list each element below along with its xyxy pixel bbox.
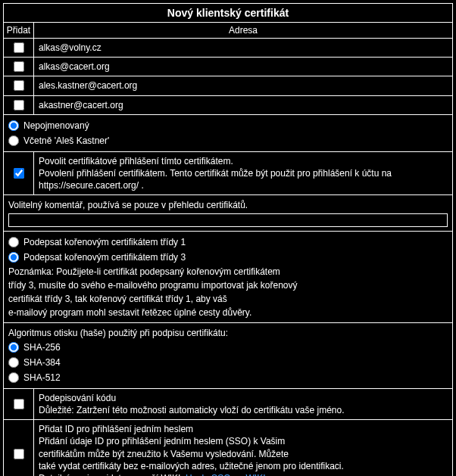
radio-sha256[interactable] bbox=[8, 342, 19, 353]
label-sha512: SHA-512 bbox=[23, 371, 61, 384]
email-checkbox-3[interactable] bbox=[14, 100, 24, 110]
sso-line3: certifikátům může být zneužito k Vašemu … bbox=[39, 448, 448, 460]
sign-section: Podepsat kořenovým certifikátem třídy 1 … bbox=[4, 232, 452, 323]
email-row: ales.kastner@cacert.org bbox=[4, 76, 452, 95]
header-address: Adresa bbox=[34, 23, 452, 38]
sign-note4: e-mailový program mohl sestavit řetězec … bbox=[8, 306, 448, 319]
sso-line5: Detailní popis najdete na naší WIKI. bbox=[39, 473, 186, 476]
form-container: Nový klientský certifikát Přidat Adresa … bbox=[3, 3, 453, 476]
sign-note1: Poznámka: Použijete-li certifikát podeps… bbox=[8, 265, 448, 278]
sso-checkbox[interactable] bbox=[14, 449, 24, 459]
cert-login-checkbox[interactable] bbox=[14, 168, 24, 179]
sign-note3: certifikát třídy 3, tak kořenový certifi… bbox=[8, 292, 448, 306]
label-sha256: SHA-256 bbox=[23, 341, 61, 354]
radio-sha384[interactable] bbox=[8, 357, 19, 368]
email-0: alkas@volny.cz bbox=[34, 39, 452, 57]
email-1: alkas@cacert.org bbox=[34, 58, 452, 76]
email-checkbox-0[interactable] bbox=[14, 42, 24, 53]
sso-line1: Přidat ID pro přihlášení jedním heslem bbox=[39, 423, 448, 435]
code-sign-checkbox[interactable] bbox=[14, 399, 24, 409]
sso-line4: také vydat certifikáty bez e-mailových a… bbox=[39, 460, 448, 472]
comment-input[interactable] bbox=[8, 213, 448, 227]
label-sha384: SHA-384 bbox=[23, 356, 61, 369]
code-sign-line2: Důležité: Zatržení této možnosti automat… bbox=[39, 404, 448, 416]
email-row: alkas@volny.cz bbox=[4, 39, 452, 58]
cert-login-row: Povolit certifikátové přihlášení tímto c… bbox=[4, 152, 452, 196]
comment-section: Volitelný komentář, používá se pouze v p… bbox=[4, 195, 452, 232]
email-checkbox-1[interactable] bbox=[14, 61, 24, 72]
table-header: Přidat Adresa bbox=[4, 23, 452, 39]
hash-label: Algoritmus otisku (haše) použitý při pod… bbox=[8, 326, 448, 340]
radio-class1[interactable] bbox=[8, 237, 19, 247]
sso-wiki-link[interactable]: Heslo SSO na WIKI bbox=[186, 473, 265, 476]
sso-line2: Přidání údaje ID pro přihlášení jedním h… bbox=[39, 435, 448, 447]
label-unnamed: Nepojmenovaný bbox=[23, 119, 89, 132]
email-checkbox-2[interactable] bbox=[14, 80, 24, 91]
page-title: Nový klientský certifikát bbox=[4, 4, 452, 23]
label-class1: Podepsat kořenovým certifikátem třídy 1 bbox=[23, 235, 186, 249]
cert-login-line1: Povolit certifikátové přihlášení tímto c… bbox=[39, 155, 448, 167]
radio-unnamed[interactable] bbox=[8, 120, 19, 131]
hash-section: Algoritmus otisku (haše) použitý při pod… bbox=[4, 323, 452, 389]
radio-sha512[interactable] bbox=[8, 372, 19, 383]
email-row: alkas@cacert.org bbox=[4, 58, 452, 76]
radio-class3[interactable] bbox=[8, 252, 19, 263]
name-section: Nepojmenovaný Včetně 'Aleš Kastner' bbox=[4, 115, 452, 152]
cert-login-line2: Povolení přihlášení certifikátem. Tento … bbox=[39, 167, 448, 191]
sign-note2: třídy 3, musíte do svého e-mailového pro… bbox=[8, 278, 448, 292]
header-add: Přidat bbox=[4, 23, 34, 38]
comment-label: Volitelný komentář, používá se pouze v p… bbox=[8, 198, 448, 212]
code-sign-row: Podepisování kódu Důležité: Zatržení tét… bbox=[4, 389, 452, 420]
email-3: akastner@cacert.org bbox=[34, 96, 452, 114]
code-sign-line1: Podepisování kódu bbox=[39, 392, 448, 404]
label-include-name: Včetně 'Aleš Kastner' bbox=[23, 134, 109, 148]
label-class3: Podepsat kořenovým certifikátem třídy 3 bbox=[23, 250, 186, 264]
email-2: ales.kastner@cacert.org bbox=[34, 76, 452, 95]
radio-include-name[interactable] bbox=[8, 135, 19, 146]
sso-row: Přidat ID pro přihlášení jedním heslem P… bbox=[4, 420, 452, 476]
email-row: akastner@cacert.org bbox=[4, 96, 452, 115]
